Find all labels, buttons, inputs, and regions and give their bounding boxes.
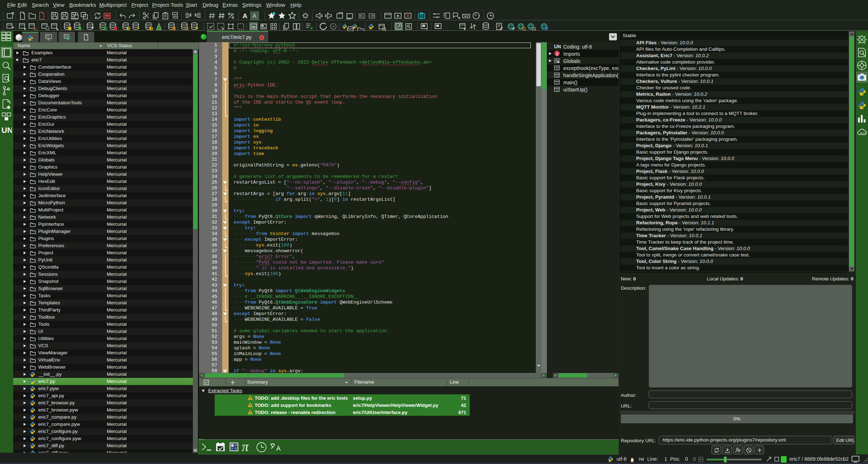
svg-text:UN: UN bbox=[1, 126, 12, 135]
svg-text:A: A bbox=[243, 12, 248, 20]
svg-text:A: A bbox=[253, 13, 256, 19]
svg-text:MQTT: MQTT bbox=[860, 132, 866, 134]
